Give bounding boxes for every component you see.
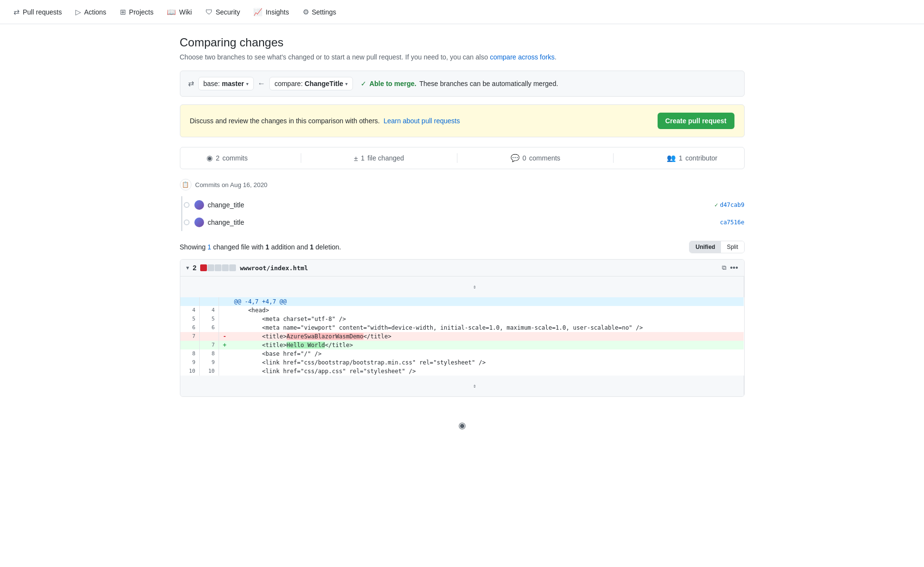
commit-message: change_title	[208, 218, 720, 226]
diff-old-line-num: 5	[180, 315, 200, 323]
commits-icon: ◉	[206, 154, 213, 162]
merge-status-text: These branches can be automatically merg…	[419, 80, 558, 87]
view-toggle: Unified Split	[689, 241, 744, 253]
commit-dot-icon	[184, 219, 190, 225]
nav-insights[interactable]: 📈 Insights	[248, 4, 294, 20]
compare-branch-select[interactable]: compare: ChangeTitle ▾	[269, 77, 353, 90]
diff-file-header: ▾ 2 wwwroot/index.html ⧉ •••	[180, 260, 744, 276]
diff-old-line-num: 9	[180, 358, 200, 367]
expand-down-icon[interactable]: ⇕	[473, 284, 476, 290]
diff-badges	[200, 264, 236, 271]
diff-line: 4 4 <head>	[180, 306, 744, 315]
nav-wiki[interactable]: 📖 Wiki	[161, 4, 197, 20]
commits-date: 📋 Commits on Aug 16, 2020	[180, 179, 745, 190]
commits-count: 2	[216, 154, 220, 162]
create-pull-request-button[interactable]: Create pull request	[658, 113, 734, 129]
diff-sign-cell	[219, 349, 231, 358]
diff-filename: wwwroot/index.html	[240, 264, 718, 272]
banner-main-text: Discuss and review the changes in this c…	[190, 117, 380, 125]
diff-sign-cell	[219, 306, 231, 315]
nav-settings[interactable]: ⚙ Settings	[297, 4, 342, 20]
compare-caret-icon: ▾	[345, 81, 348, 87]
diff-code-cell: <meta charset="utf-8" />	[230, 315, 744, 323]
base-branch-select[interactable]: base: master ▾	[198, 77, 254, 90]
diff-code-cell: <base href="/" />	[230, 349, 744, 358]
commits-date-label: Commits on Aug 16, 2020	[195, 181, 268, 189]
expand-down-icon[interactable]: ⇕	[473, 383, 476, 389]
compare-label: compare:	[275, 80, 303, 87]
nav-actions[interactable]: ▷ Actions	[70, 4, 112, 20]
diff-file: ▾ 2 wwwroot/index.html ⧉ ••• ⇕ @@ -4,7 +…	[180, 259, 745, 397]
timeline-line	[181, 196, 182, 231]
pull-request-banner: Discuss and review the changes in this c…	[180, 104, 745, 137]
avatar	[194, 218, 204, 227]
diff-line: 10 10 <link href="css/app.css" rel="styl…	[180, 367, 744, 376]
files-count: 1	[361, 154, 365, 162]
diff-sign-cell: +	[219, 341, 231, 349]
nav-projects[interactable]: ⊞ Projects	[114, 4, 160, 20]
copy-filename-icon[interactable]: ⧉	[722, 264, 726, 272]
unified-view-button[interactable]: Unified	[689, 241, 721, 253]
diff-new-line-num: 9	[200, 358, 219, 367]
diff-line: 9 9 <link href="css/bootstrap/bootstrap.…	[180, 358, 744, 367]
diff-old-line-num: 4	[180, 306, 200, 315]
diff-sign-cell	[219, 323, 231, 332]
diff-deletions-badge	[200, 264, 207, 271]
commit-hash: ca7516e	[720, 219, 745, 226]
diff-sign-cell: -	[219, 332, 231, 341]
diff-table: ⇕ @@ -4,7 +4,7 @@ 4 4 <head> 5 5 <meta c…	[180, 276, 744, 396]
nav-pull-requests[interactable]: ⇄ Pull requests	[8, 4, 68, 20]
stat-separator-1	[301, 153, 301, 163]
diff-old-line-num: 6	[180, 323, 200, 332]
commit-book-icon: 📋	[180, 179, 191, 190]
diff-deletions-badge-2	[207, 264, 214, 271]
diff-collapse-icon[interactable]: ▾	[186, 264, 189, 271]
changed-file-count-link[interactable]: 1	[207, 243, 211, 251]
comments-icon: 💬	[511, 154, 520, 162]
diff-old-line-num: 8	[180, 349, 200, 358]
avatar	[194, 200, 204, 210]
deletions-label: deletion.	[316, 243, 341, 251]
diff-new-line-num: 6	[200, 323, 219, 332]
deletions-count: 1	[310, 243, 314, 251]
showing-prefix: Showing	[180, 243, 208, 251]
commit-message: change_title	[208, 201, 715, 209]
compare-value: ChangeTitle	[305, 80, 343, 87]
diff-new-line-num	[200, 332, 219, 341]
base-caret-icon: ▾	[246, 81, 249, 87]
diff-line: 6 6 <meta name="viewport" content="width…	[180, 323, 744, 332]
nav-settings-label: Settings	[312, 8, 337, 16]
nav-wiki-label: Wiki	[179, 8, 191, 16]
diff-line: 8 8 <base href="/" />	[180, 349, 744, 358]
compare-forks-link[interactable]: compare across forks	[490, 53, 555, 61]
commits-list: change_title ✓d47cab9 change_title ca751…	[180, 196, 745, 231]
diff-code-cell: <title>Hello World</title>	[230, 341, 744, 349]
diff-hunk-code: @@ -4,7 +4,7 @@	[230, 297, 744, 306]
insights-icon: 📈	[253, 8, 263, 16]
diff-sign-cell	[219, 367, 231, 376]
commit-verified-icon: ✓	[715, 202, 718, 208]
nav-security[interactable]: 🛡 Security	[200, 4, 246, 20]
diff-hunk-row: @@ -4,7 +4,7 @@	[180, 297, 744, 306]
split-view-button[interactable]: Split	[721, 241, 744, 253]
base-label: base:	[204, 80, 220, 87]
commit-hash: ✓d47cab9	[715, 202, 745, 208]
nav-pull-requests-label: Pull requests	[23, 8, 62, 16]
contributors-count: 1	[679, 154, 683, 162]
diff-line: 7 + <title>Hello World</title>	[180, 341, 744, 349]
diff-expand-cell[interactable]: ⇕	[180, 276, 744, 297]
diff-more-options-icon[interactable]: •••	[730, 263, 738, 272]
wiki-icon: 📖	[167, 8, 176, 16]
merge-status: ✓ Able to merge. These branches can be a…	[361, 80, 558, 87]
actions-icon: ▷	[75, 8, 81, 16]
diff-old-line-num	[180, 341, 200, 349]
diff-hunk-old	[180, 297, 200, 306]
learn-pr-link[interactable]: Learn about pull requests	[383, 117, 460, 125]
diff-line: 5 5 <meta charset="utf-8" />	[180, 315, 744, 323]
comments-stat: 💬 0 comments	[511, 154, 560, 162]
base-value: master	[222, 80, 244, 87]
diff-line: 7 - <title>AzureSwaBlazorWasmDemo</title…	[180, 332, 744, 341]
diff-expand-cell[interactable]: ⇕	[180, 376, 744, 396]
additions-count: 1	[265, 243, 269, 251]
diff-sign-cell	[219, 358, 231, 367]
